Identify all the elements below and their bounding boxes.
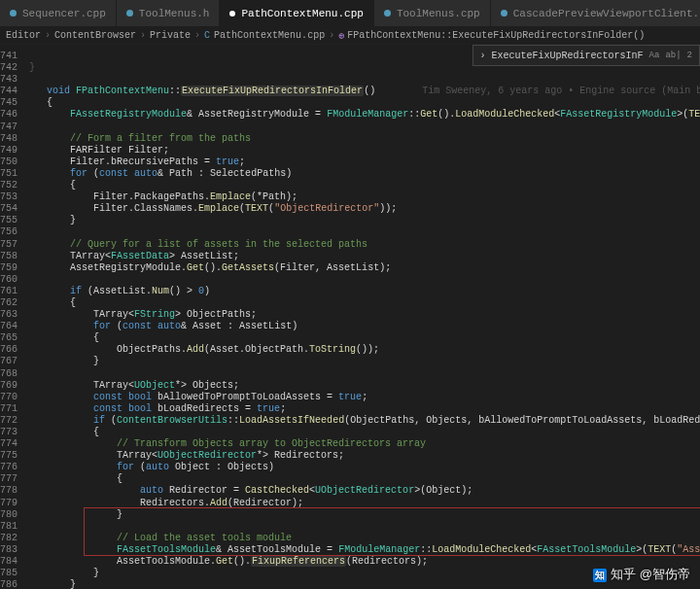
tab-cascade[interactable]: CascadePreviewViewportClient.cpp [491,0,700,26]
find-case-icon[interactable]: Aa [649,51,660,60]
breadcrumb-part[interactable]: ContentBrowser [54,30,136,41]
tab-sequencer[interactable]: Sequencer.cpp [0,0,117,26]
zhihu-icon: 知 [593,569,607,582]
breadcrumb-symbol[interactable]: FPathContextMenu::ExecuteFixUpRedirector… [347,30,645,41]
codelens: Tim Sweeney, 6 years ago • Engine source… [422,86,700,96]
find-count: 2 [687,51,692,60]
code-area[interactable]: } void FPathContextMenu::ExecuteFixUpRed… [25,45,700,589]
find-regex-icon[interactable]: ab| [665,51,681,60]
breadcrumb-part[interactable]: Editor [6,30,41,41]
watermark: 知知乎 @智伤帝 [593,566,690,583]
editor-tabs: Sequencer.cpp ToolMenus.h PathContextMen… [0,0,700,27]
tab-toolmenus-cpp[interactable]: ToolMenus.cpp [374,0,491,26]
cpp-file-icon: C [204,30,210,41]
method-icon: ⊕ [338,30,344,42]
tab-pathcontextmenu[interactable]: PathContextMenu.cpp [220,0,373,26]
breadcrumb-part[interactable]: Private [150,30,191,41]
breadcrumb[interactable]: Editor› ContentBrowser› Private› C PathC… [0,27,700,45]
breadcrumb-file[interactable]: PathContextMenu.cpp [214,30,325,41]
find-prev-icon[interactable]: › [480,51,486,61]
code-editor[interactable]: 741 742 743 744 745 746 747 748 749 750 … [0,45,700,589]
line-numbers: 741 742 743 744 745 746 747 748 749 750 … [0,45,25,589]
find-input[interactable]: ExecuteFixUpRedirectorsInF [492,51,644,61]
find-widget[interactable]: › ExecuteFixUpRedirectorsInF Aa ab| 2 [472,45,700,66]
tab-toolmenus-h[interactable]: ToolMenus.h [117,0,221,26]
